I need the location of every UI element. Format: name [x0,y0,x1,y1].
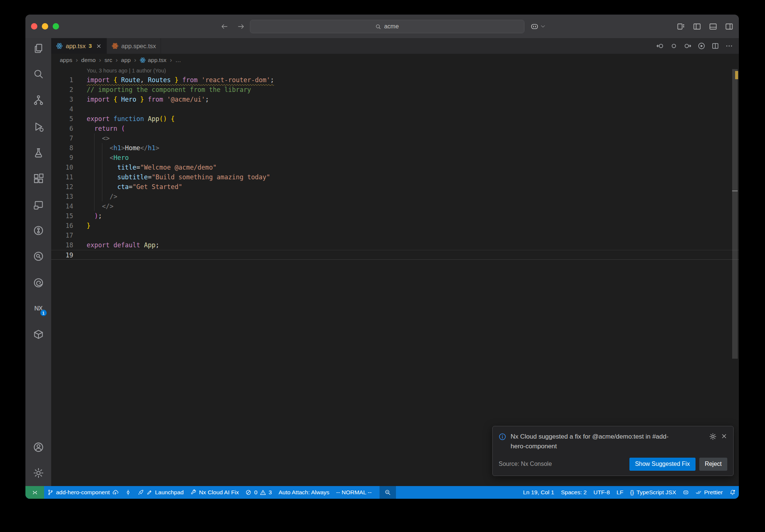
activity-extensions-icon[interactable] [33,173,44,184]
line-number: 18 [51,240,73,250]
activity-search-icon[interactable] [33,69,44,79]
status-eol[interactable]: LF [613,486,627,499]
reject-button[interactable]: Reject [699,458,727,471]
code-line-15[interactable]: 15 ); [51,211,739,221]
editor-column: app.tsx3app.spec.tsx apps›demo›src›app›a… [51,38,739,486]
breadcrumb-file[interactable]: app.tsx [140,57,167,64]
breadcrumb-item-app[interactable]: app [121,57,131,64]
status-notifications-bell[interactable] [726,486,739,499]
tab-app.tsx[interactable]: app.tsx3 [51,38,107,54]
activity-testing-icon[interactable] [33,148,44,158]
code-line-16[interactable]: 16} [51,221,739,231]
status-problems[interactable]: 03 [242,486,275,499]
status-gitlens-launchpad[interactable]: Launchpad [134,486,187,499]
code-line-19[interactable]: 19 [51,250,739,260]
copilot-icon [530,22,539,31]
status-language-mode[interactable]: {}TypeScript JSX [627,486,679,499]
code-line-3[interactable]: 3import { Hero } from '@acme/ui'; [51,95,739,104]
line-number: 17 [51,231,73,240]
code-editor[interactable]: You, 3 hours ago | 1 author (You) 1impor… [51,66,739,486]
status-remote-indicator[interactable] [25,486,44,499]
code-line-5[interactable]: 5export function App() { [51,114,739,124]
code-line-17[interactable]: 17 [51,231,739,240]
code-line-7[interactable]: 7 <> [51,133,739,143]
scrollbar[interactable] [732,69,738,359]
breadcrumb-more[interactable]: … [175,57,181,64]
main-area: NX1 app.tsx3app.spec.tsx apps›demo›src›a… [25,38,739,486]
status-formatter-prettier[interactable]: Prettier [692,486,726,499]
code-line-11[interactable]: 11 subtitle="Build something amazing tod… [51,172,739,182]
activity-accounts-icon[interactable] [33,442,44,452]
notification-toast: Nx Cloud suggested a fix for @acme/demo:… [492,426,734,476]
window-minimize-button[interactable] [42,23,48,30]
code-line-4[interactable]: 4 [51,104,739,114]
git-blame-annotation: You, 3 hours ago | 1 author (You) [87,68,166,74]
breadcrumb-item-src[interactable]: src [105,57,112,64]
toast-settings-icon[interactable] [709,433,716,452]
status-vim-mode[interactable]: -- NORMAL -- [333,486,375,499]
copilot-menu[interactable] [530,15,545,38]
code-line-14[interactable]: 14 </> [51,201,739,211]
line-number: 3 [51,95,73,104]
ellipsis-icon[interactable] [725,42,733,50]
show-suggested-fix-button[interactable]: Show Suggested Fix [629,458,696,471]
activity-source-control-icon[interactable] [33,95,44,105]
breadcrumb: apps›demo›src›app›app.tsx›… [51,54,739,66]
activity-run-and-debug-icon[interactable] [33,121,44,132]
tab-app.spec.tsx[interactable]: app.spec.tsx [107,38,161,54]
status-cursor-position[interactable]: Ln 19, Col 1 [520,486,558,499]
activity-edge-tools-icon[interactable] [33,278,44,288]
breadcrumb-item-apps[interactable]: apps [60,57,72,64]
breadcrumb-separator: › [170,56,172,64]
code-line-8[interactable]: 8 <h1>Home</h1> [51,143,739,153]
status-git-graph[interactable] [122,486,134,499]
command-center-search[interactable]: acme [250,20,524,33]
activity-gitlens-search-icon[interactable] [33,251,44,262]
status-encoding[interactable]: UTF-8 [590,486,613,499]
line-number: 7 [51,133,73,143]
code-line-2[interactable]: 2// importing the component from the lib… [51,85,739,95]
code-line-13[interactable]: 13 /> [51,192,739,201]
overview-warning-marker [735,71,738,79]
toggle-secondary-sidebar-icon[interactable] [725,22,733,31]
code-line-10[interactable]: 10 title="Welcmoe @acme/demo" [51,163,739,172]
status-nx-cloud-ai-fix[interactable]: Nx Cloud AI Fix [187,486,242,499]
status-copilot-status[interactable] [679,486,692,499]
customize-layout-icon[interactable] [677,22,685,31]
activity-settings-icon[interactable] [33,468,44,478]
code-line-12[interactable]: 12 cta="Get Started" [51,182,739,192]
activity-containers-icon[interactable] [33,329,44,340]
line-number: 10 [51,163,73,172]
tab-problems-badge: 3 [89,43,92,49]
breadcrumb-item-demo[interactable]: demo [81,57,96,64]
toggle-panel-icon[interactable] [709,22,717,31]
activity-explorer-icon[interactable] [33,43,44,54]
toast-close-icon[interactable] [721,433,727,452]
line-number: 14 [51,201,73,211]
code-line-9[interactable]: 9 <Hero [51,153,739,163]
nav-back-icon[interactable] [656,42,664,50]
toggle-sidebar-icon[interactable] [693,22,701,31]
status-indentation[interactable]: Spaces: 2 [558,486,590,499]
code-line-6[interactable]: 6 return ( [51,124,739,133]
activity-remote-explorer-icon[interactable] [33,200,44,210]
vscode-window: acme NX1 app.tsx3app.spec.tsx apps›dem [25,15,739,499]
activity-nx-console[interactable]: NX1 [33,303,44,314]
status-git-branch[interactable]: add-hero-component [44,486,122,499]
status-zoom-indicator[interactable] [380,486,396,499]
window-zoom-button[interactable] [53,23,59,30]
tab-close-icon[interactable] [96,43,102,49]
window-close-button[interactable] [31,23,37,30]
go-forward-icon[interactable] [237,23,245,30]
code-line-18[interactable]: 18export default App; [51,240,739,250]
split-editor-icon[interactable] [712,42,719,50]
line-number: 13 [51,192,73,201]
status-auto-attach[interactable]: Auto Attach: Always [275,486,333,499]
nav-forward-icon[interactable] [684,42,691,50]
run-circle-icon[interactable] [698,42,705,50]
activity-gitlens-icon[interactable] [33,225,44,236]
go-back-icon[interactable] [221,23,228,30]
line-number: 6 [51,124,73,133]
code-line-1[interactable]: 1import { Route, Routes } from 'react-ro… [51,75,739,85]
nav-dot-icon[interactable] [670,42,678,50]
